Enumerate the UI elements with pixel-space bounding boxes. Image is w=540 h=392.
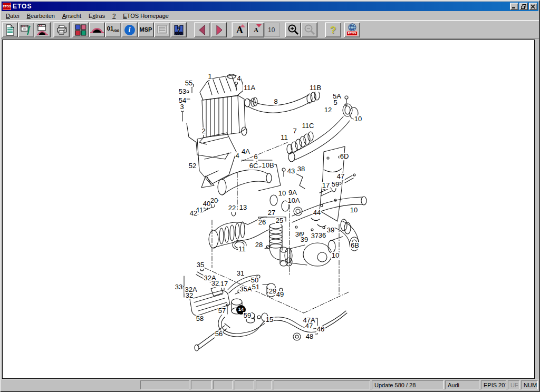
status-panel-empty-1 [140,380,189,389]
part-label-26[interactable]: 26 [258,219,266,226]
part-label-10[interactable]: 10 [354,115,362,123]
part-label-5[interactable]: 5 [333,99,338,106]
part-label-15[interactable]: 15 [265,316,274,324]
part-label-27[interactable]: 27 [267,209,276,217]
back-button[interactable] [194,22,210,37]
part-label-32[interactable]: 32 [211,280,219,287]
part-label-17[interactable]: 17 [220,280,228,288]
minimize-button[interactable] [510,3,518,10]
part-label-47[interactable]: 47 [336,173,345,180]
part-label-20[interactable]: 20 [210,197,218,204]
part-label-17[interactable]: 17 [322,182,330,189]
part-label-47[interactable]: 47 [305,322,313,330]
part-label-44[interactable]: 44 [313,209,321,217]
msp-icon: MSP [140,27,152,33]
window-component-button[interactable] [18,22,34,37]
part-label-48[interactable]: 48 [305,333,314,340]
main-groups-button[interactable] [72,22,89,37]
part-label-11[interactable]: 11 [280,134,288,141]
close-button[interactable] [529,3,537,10]
part-label-32[interactable]: 32 [185,292,194,299]
part-label-53[interactable]: 53 [178,88,187,95]
msp-button[interactable]: MSP [138,22,154,37]
titlebar: ETOS ETOS [2,2,538,11]
car-silhouette-button[interactable] [89,22,105,37]
part-label-10[interactable]: 10 [350,207,358,214]
part-label-13[interactable]: 13 [239,204,247,211]
part-label-1[interactable]: 1 [207,73,212,80]
part-label-3[interactable]: 3 [179,103,184,111]
etos-application-window: { "window": { "title": "ETOS", "logo_tex… [0,0,540,392]
zoom-out-icon [303,24,316,36]
part-label-46[interactable]: 46 [316,326,325,333]
part-label-2[interactable]: 2 [201,128,206,135]
part-label-58[interactable]: 58 [196,315,204,322]
menu-etos-homepage[interactable]: ETOS Homepage [119,12,172,20]
window-car-button[interactable] [34,22,51,37]
part-label-39[interactable]: 39 [300,236,308,243]
part-label-10[interactable]: 10 [278,190,286,197]
minimize-icon [512,4,517,9]
help-button[interactable]: ? [325,22,341,37]
font-decrease-button[interactable]: A [248,22,264,37]
part-label-39[interactable]: 39 [326,227,335,234]
part-label-10[interactable]: 10 [331,252,340,259]
part-label-35A[interactable]: 35A [239,286,252,293]
status-panel-empty-5 [256,380,272,389]
part-label-35[interactable]: 35 [196,261,205,269]
menu-bearbeiten[interactable]: Bearbeiten [23,12,59,20]
page-01-button[interactable]: 01/00 [105,22,121,37]
part-label-11C[interactable]: 11C [302,122,315,130]
part-label-6C[interactable]: 6C [249,162,259,170]
part-label-55[interactable]: 55 [185,80,193,87]
search-button[interactable] [170,22,187,37]
part-label-12[interactable]: 12 [324,106,332,114]
part-label-4A[interactable]: 4A [241,148,250,155]
part-label-11[interactable]: 11 [238,246,246,253]
menu-help[interactable]: ? [109,12,119,20]
font-size-field[interactable]: 10 [264,23,280,37]
part-label-59[interactable]: 59 [331,181,340,188]
window-disabled-icon [156,24,169,36]
menu-extras[interactable]: Extras [85,12,109,20]
part-label-6[interactable]: 6 [253,153,258,161]
part-label-38[interactable]: 38 [297,165,305,173]
part-label-25[interactable]: 25 [275,217,284,224]
menu-datei[interactable]: Datei [2,12,23,20]
part-label-49[interactable]: 49 [276,291,284,298]
part-label-59[interactable]: 59 [243,312,252,319]
etos-homepage-button[interactable]: ETOS [344,22,360,37]
window-car-icon [36,24,49,36]
info-button[interactable]: i [121,22,138,37]
part-label-4[interactable]: 4 [235,152,239,160]
part-label-8[interactable]: 8 [273,98,278,105]
print-button[interactable] [53,22,70,37]
part-label-57[interactable]: 57 [218,307,226,315]
part-label-11A[interactable]: 11A [243,84,256,92]
part-label-9A[interactable]: 9A [288,189,297,197]
part-label-22[interactable]: 22 [228,204,236,212]
part-label-28[interactable]: 28 [255,241,263,249]
font-increase-button[interactable]: A [232,22,248,37]
restore-button[interactable] [519,3,528,10]
part-label-52[interactable]: 52 [188,162,197,170]
part-label-43[interactable]: 43 [287,168,295,175]
part-label-11B[interactable]: 11B [309,84,322,92]
part-label-6B[interactable]: 6B [350,242,360,249]
part-label-10A[interactable]: 10A [287,197,300,204]
part-label-7[interactable]: 7 [292,128,297,135]
part-label-33[interactable]: 33 [175,283,183,291]
part-label-56[interactable]: 56 [215,330,223,338]
part-label-51[interactable]: 51 [252,283,260,291]
parts-document-button[interactable] [2,22,18,37]
forward-button[interactable] [210,22,227,37]
part-label-31[interactable]: 31 [236,270,245,277]
part-label-6D[interactable]: 6D [340,153,350,160]
part-label-4[interactable]: 4 [236,75,241,82]
part-label-36[interactable]: 36 [318,232,326,239]
menu-ansicht[interactable]: Ansicht [59,12,85,20]
part-label-10B[interactable]: 10B [261,162,274,169]
zoom-in-button[interactable] [285,22,301,37]
part-label-42[interactable]: 42 [189,210,198,217]
part-label-40[interactable]: 40 [202,200,211,208]
